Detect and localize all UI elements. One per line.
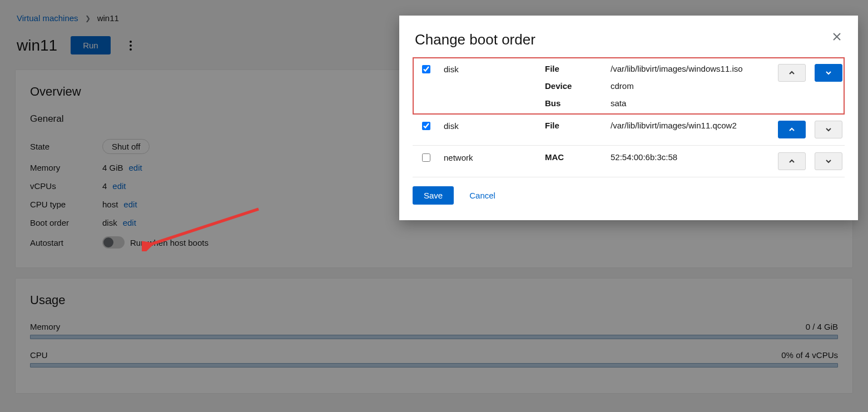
boot-row-0-val-0: /var/lib/libvirt/images/windows11.iso <box>611 64 743 73</box>
boot-row-0-key-0: File <box>545 64 611 73</box>
boot-row-2-type: network <box>444 152 538 162</box>
boot-row-0-type: disk <box>444 64 538 74</box>
chevron-up-icon <box>789 127 795 132</box>
chevron-down-icon <box>826 158 831 164</box>
boot-order-dialog: Change boot order disk File/var/lib/libv… <box>399 16 858 220</box>
boot-row-2-move-down-button[interactable] <box>815 152 842 170</box>
close-icon <box>833 33 841 41</box>
boot-row-2-val-0: 52:54:00:6b:3c:58 <box>611 152 677 162</box>
boot-row-1-move-down-button[interactable] <box>815 121 842 138</box>
boot-row-0-val-1: cdrom <box>611 81 634 91</box>
chevron-down-icon <box>826 127 831 132</box>
boot-row-1: disk File/var/lib/libvirt/images/win11.q… <box>413 114 845 146</box>
boot-row-1-key-0: File <box>545 121 611 130</box>
boot-row-0-key-1: Device <box>545 81 611 91</box>
boot-row-0-key-2: Bus <box>545 98 611 108</box>
chevron-up-icon <box>789 70 795 76</box>
boot-row-2-move-up-button[interactable] <box>778 152 806 170</box>
chevron-down-icon <box>826 70 831 76</box>
chevron-up-icon <box>789 158 795 164</box>
boot-row-2-checkbox[interactable] <box>422 153 430 162</box>
boot-row-0-move-down-button[interactable] <box>815 64 842 82</box>
boot-row-1-val-0: /var/lib/libvirt/images/win11.qcow2 <box>611 121 737 130</box>
boot-row-0-checkbox[interactable] <box>422 65 430 73</box>
boot-row-2-key-0: MAC <box>545 152 611 162</box>
boot-row-0-val-2: sata <box>611 98 626 108</box>
save-button[interactable]: Save <box>413 186 454 205</box>
dialog-title: Change boot order <box>415 31 535 48</box>
boot-row-0: disk File/var/lib/libvirt/images/windows… <box>413 57 845 115</box>
cancel-button[interactable]: Cancel <box>469 191 495 200</box>
boot-row-2: network MAC52:54:00:6b:3c:58 <box>413 146 845 177</box>
boot-row-0-move-up-button[interactable] <box>778 64 806 82</box>
boot-row-1-checkbox[interactable] <box>422 122 430 130</box>
dialog-close-button[interactable] <box>831 31 842 42</box>
boot-row-1-move-up-button[interactable] <box>778 121 806 138</box>
boot-row-1-type: disk <box>444 121 538 131</box>
